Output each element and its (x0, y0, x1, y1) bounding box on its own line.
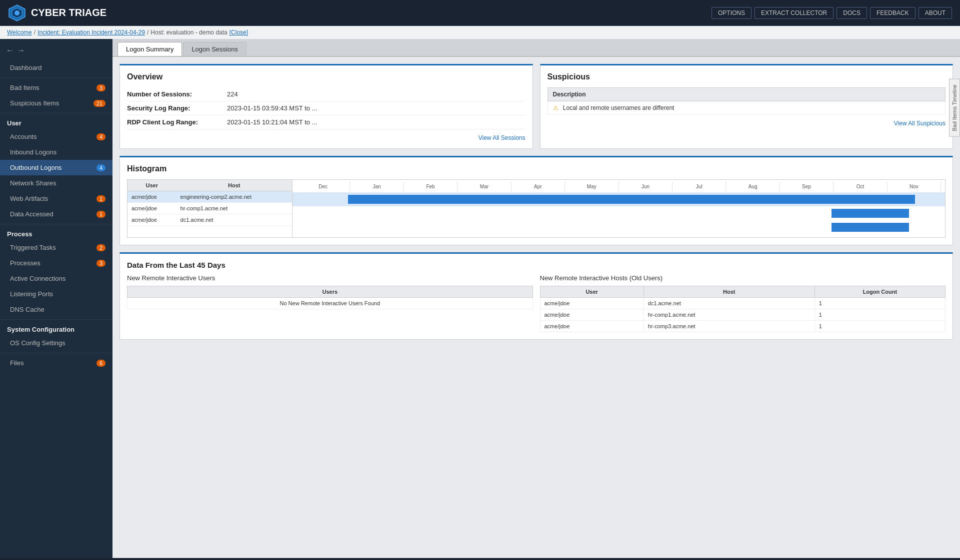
histogram-inner: User Host acme/jdoe engineering-comp2.ac… (127, 179, 946, 238)
sidebar-item-listening-ports[interactable]: Listening Ports (0, 286, 112, 302)
view-all-suspicious[interactable]: View All Suspicious (548, 120, 946, 127)
suspicious-panel: Suspicious Description ⚠ Local and r (540, 64, 954, 149)
sus-col-description: Description (548, 88, 946, 101)
sidebar-label-accounts: Accounts (10, 133, 36, 140)
hist-row-1[interactable]: acme/jdoe engineering-comp2.acme.net (128, 191, 292, 203)
hist-col-user: User (128, 180, 176, 191)
sidebar-section-system-config: System Configuration (0, 322, 112, 335)
main-content: Logon Summary Logon Sessions Overview Nu… (112, 39, 960, 558)
tab-logon-summary[interactable]: Logon Summary (118, 42, 182, 56)
sidebar-label-files: Files (10, 359, 24, 367)
sidebar-item-bad-items[interactable]: Bad Items 3 (0, 80, 112, 95)
sidebar-item-processes[interactable]: Processes 3 (0, 255, 112, 271)
hosts-user-1: acme/jdoe (540, 298, 644, 309)
month-jan: Jan (350, 182, 404, 191)
sidebar-item-inbound-logons[interactable]: Inbound Logons (0, 144, 112, 160)
hosts-count-1: 1 (814, 298, 945, 309)
suspicious-cell-1: ⚠ Local and remote usernames are differe… (548, 101, 946, 115)
sidebar-item-dashboard[interactable]: Dashboard (0, 60, 112, 75)
sidebar-item-active-connections[interactable]: Active Connections (0, 271, 112, 286)
histogram-chart: Dec Jan Feb Mar Apr May Jun Jul Aug Sep … (292, 180, 945, 237)
hist-user-2: acme/jdoe (128, 203, 176, 214)
histogram-table: User Host acme/jdoe engineering-comp2.ac… (128, 180, 292, 237)
badge-web-artifacts: 1 (96, 195, 106, 202)
topbar: CYBER TRIAGE OPTIONS EXTRACT COLLECTOR D… (0, 0, 960, 26)
sidebar-section-process: Process (0, 226, 112, 240)
hist-bar-row-1 (292, 192, 945, 206)
hist-row-3[interactable]: acme/jdoe dc1.acme.net (128, 214, 292, 226)
sidebar-item-web-artifacts[interactable]: Web Artifacts 1 (0, 191, 112, 206)
sidebar-item-os-config[interactable]: OS Config Settings (0, 335, 112, 351)
hist-host-1: engineering-comp2.acme.net (176, 191, 292, 203)
security-log-value: 2023-01-15 03:59:43 MST to ... (227, 104, 317, 112)
hosts-host-1: dc1.acme.net (644, 298, 814, 309)
nav-arrows: ← → (0, 43, 112, 60)
warning-icon: ⚠ (553, 104, 558, 111)
breadcrumb: Welcome / Incident: Evaluation Incident … (0, 26, 960, 39)
sidebar-item-files[interactable]: Files 6 (0, 355, 112, 371)
hosts-col-user: User (540, 286, 644, 298)
suspicious-text-1: Local and remote usernames are different (563, 104, 674, 111)
extract-collector-button[interactable]: EXTRACT COLLECTOR (754, 7, 834, 19)
hosts-col-host: Host (644, 286, 814, 298)
breadcrumb-incident[interactable]: Incident: Evaluation Incident 2024-04-29 (38, 29, 145, 36)
no-users-cell: No New Remote Interactive Users Found (128, 298, 533, 309)
sidebar-item-data-accessed[interactable]: Data Accessed 1 (0, 206, 112, 222)
sidebar-label-bad-items: Bad Items (10, 84, 40, 91)
new-users-title: New Remote Interactive Users (127, 274, 533, 282)
sidebar-section-user: User (0, 115, 112, 129)
sidebar-label-processes: Processes (10, 259, 40, 267)
feedback-button[interactable]: FEEDBACK (870, 7, 916, 19)
sidebar-label-web-artifacts: Web Artifacts (10, 195, 48, 202)
sidebar-item-triggered-tasks[interactable]: Triggered Tasks 2 (0, 240, 112, 255)
num-sessions-value: 224 (227, 90, 238, 98)
month-nov: Nov (888, 182, 941, 191)
suspicious-row-1: ⚠ Local and remote usernames are differe… (548, 101, 946, 115)
breadcrumb-welcome[interactable]: Welcome (7, 29, 32, 36)
sidebar-item-suspicious-items[interactable]: Suspicious Items 21 (0, 95, 112, 111)
breadcrumb-close[interactable]: [Close] (230, 29, 248, 36)
new-hosts-title: New Remote Interactive Hosts (Old Users) (540, 274, 946, 282)
hist-bar-2 (832, 209, 909, 218)
num-sessions-row: Number of Sessions: 224 (127, 87, 526, 101)
badge-files: 6 (96, 360, 106, 367)
sidebar-item-accounts[interactable]: Accounts 4 (0, 129, 112, 144)
about-button[interactable]: ABOUT (918, 7, 952, 19)
main-layout: ← → Dashboard Bad Items 3 Suspicious Ite… (0, 39, 960, 558)
tab-logon-sessions[interactable]: Logon Sessions (183, 42, 246, 56)
forward-button[interactable]: → (17, 46, 25, 55)
hosts-row-2[interactable]: acme/jdoe hr-comp1.acme.net 1 (540, 309, 946, 321)
hist-user-1: acme/jdoe (128, 191, 176, 203)
sidebar: ← → Dashboard Bad Items 3 Suspicious Ite… (0, 39, 112, 558)
hosts-row-1[interactable]: acme/jdoe dc1.acme.net 1 (540, 298, 946, 309)
docs-button[interactable]: DOCS (836, 7, 867, 19)
sidebar-item-dns-cache[interactable]: DNS Cache (0, 302, 112, 317)
sidebar-label-listening-ports: Listening Ports (10, 290, 53, 298)
security-log-label: Security Log Range: (127, 104, 227, 112)
svg-point-2 (14, 10, 20, 15)
month-jul: Jul (672, 182, 726, 191)
sidebar-item-network-shares[interactable]: Network Shares (0, 175, 112, 191)
rdp-log-value: 2023-01-15 10:21:04 MST to ... (227, 118, 317, 126)
overview-panel: Overview Number of Sessions: 224 Securit… (120, 64, 533, 149)
hist-bar-container-1 (296, 195, 941, 204)
badge-processes: 3 (96, 260, 106, 267)
histogram-title: Histogram (127, 164, 946, 173)
view-all-sessions[interactable]: View All Sessions (127, 134, 526, 141)
timeline-tab[interactable]: Bad Items Timeline (949, 79, 960, 137)
hosts-count-2: 1 (814, 309, 945, 321)
hist-row-2[interactable]: acme/jdoe hr-comp1.acme.net (128, 203, 292, 214)
hist-bar-1 (348, 195, 915, 204)
sidebar-label-active-connections: Active Connections (10, 275, 66, 282)
options-button[interactable]: OPTIONS (712, 7, 752, 19)
back-button[interactable]: ← (6, 46, 14, 55)
hosts-col-count: Logon Count (814, 286, 945, 298)
hosts-row-3[interactable]: acme/jdoe hr-comp3.acme.net 1 (540, 321, 946, 332)
month-oct: Oct (834, 182, 887, 191)
hist-col-host: Host (176, 180, 292, 191)
sidebar-label-dns-cache: DNS Cache (10, 306, 44, 313)
hist-host-2: hr-comp1.acme.net (176, 203, 292, 214)
sidebar-item-outbound-logons[interactable]: Outbound Logons 4 (0, 160, 112, 175)
users-col-header: Users (128, 286, 533, 298)
month-sep: Sep (780, 182, 834, 191)
